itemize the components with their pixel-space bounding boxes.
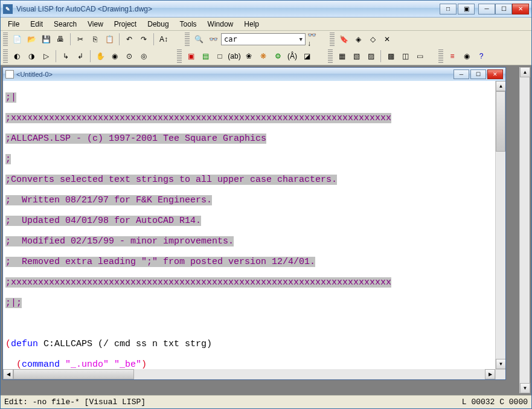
view-tool-6-icon[interactable]: ▭ [413, 50, 426, 63]
scroll-left-icon[interactable]: ◀ [3, 369, 13, 379]
doc-minimize-button[interactable]: ─ [453, 69, 469, 79]
new-file-icon[interactable]: 📄 [10, 33, 24, 46]
comment-line: ; [5, 154, 11, 164]
trace-tool-6-icon[interactable]: ❋ [257, 50, 270, 63]
comment-line: ;| [5, 92, 16, 103]
menu-debug[interactable]: Debug [143, 19, 173, 30]
hand-icon[interactable]: ✋ [94, 50, 107, 63]
toolbar-grip[interactable] [3, 33, 8, 46]
view-tool-4-icon[interactable]: ▩ [384, 50, 397, 63]
toolbar-grip-5[interactable] [177, 50, 182, 63]
view-tool-2-icon[interactable]: ▧ [350, 50, 363, 63]
undo-icon[interactable]: ↶ [123, 33, 136, 46]
unknown-button-2[interactable]: ▣ [458, 4, 475, 14]
debug-tool-4-icon[interactable]: ↳ [59, 50, 72, 63]
trace-tool-4-icon[interactable]: (ab) [228, 50, 241, 63]
debug-tool-5-icon[interactable]: ↲ [74, 50, 87, 63]
hscroll-track[interactable] [134, 369, 485, 379]
comment-line: ;ALLCAPS.LSP - (c) 1997-2001 Tee Square … [5, 134, 266, 144]
doc-close-button[interactable]: ✕ [487, 69, 503, 79]
bookmark-clear-icon[interactable]: ✕ [380, 33, 394, 46]
comment-line: ;xxxxxxxxxxxxxxxxxxxxxxxxxxxxxxxxxxxxxxx… [5, 113, 391, 123]
debug-tool-8-icon[interactable]: ◎ [137, 50, 150, 63]
scroll-thumb[interactable] [496, 91, 505, 152]
scroll-right-icon[interactable]: ▶ [485, 369, 495, 379]
menu-search[interactable]: Search [49, 19, 82, 30]
mdi-vertical-scrollbar[interactable]: ▲ ▼ [519, 67, 530, 393]
complete-word-icon[interactable]: A↕ [157, 33, 170, 46]
menu-file[interactable]: File [3, 19, 24, 30]
find-icon[interactable]: 🔍 [192, 33, 205, 46]
paste-icon[interactable]: 📋 [103, 33, 116, 46]
cut-icon[interactable]: ✂ [74, 33, 87, 46]
titlebar[interactable]: ✎ Visual LISP for AutoCAD <Drawing1.dwg>… [1, 1, 531, 18]
outer-scroll-up-icon[interactable]: ▲ [520, 67, 530, 77]
code-editor[interactable]: ;| ;xxxxxxxxxxxxxxxxxxxxxxxxxxxxxxxxxxxx… [3, 81, 495, 369]
doc-vertical-scrollbar[interactable]: ▲ ▼ [495, 81, 505, 369]
inspect-icon[interactable]: ◉ [460, 50, 473, 63]
save-icon[interactable]: 💾 [39, 33, 53, 46]
view-tool-5-icon[interactable]: ◫ [399, 50, 412, 63]
trace-tool-8-icon[interactable]: (Å) [286, 50, 299, 63]
doc-maximize-button[interactable]: ☐ [470, 69, 486, 79]
menu-view[interactable]: View [83, 19, 108, 30]
hscroll-thumb[interactable] [13, 369, 134, 379]
toolbar-grip-7[interactable] [438, 50, 443, 63]
unknown-button-1[interactable]: □ [440, 4, 457, 14]
view-tool-3-icon[interactable]: ▨ [364, 50, 377, 63]
find-toolbar-icon[interactable]: 👓 [207, 33, 220, 46]
bookmark-next-icon[interactable]: ◈ [351, 33, 365, 46]
code-line: (defun C:ALLCAPS (/ cmd ss n txt strg) [5, 339, 493, 349]
trace-tool-9-icon[interactable]: ◪ [300, 50, 313, 63]
menu-tools[interactable]: Tools [175, 19, 202, 30]
debug-tool-6-icon[interactable]: ◉ [108, 50, 121, 63]
doc-titlebar[interactable]: <Untitled-0> ─ ☐ ✕ [3, 68, 505, 81]
menu-window[interactable]: Window [203, 19, 239, 30]
debug-tool-2-icon[interactable]: ◑ [25, 50, 38, 63]
toolbars: 📄 📂 💾 🖶 ✂ ⎘ 📋 ↶ ↷ A↕ 🔍 👓 car ▼ 👓↓ � [1, 31, 531, 65]
outer-scroll-track[interactable] [520, 77, 530, 383]
close-button[interactable]: ✕ [512, 4, 529, 14]
scroll-up-icon[interactable]: ▲ [496, 81, 505, 91]
trace-tool-1-icon[interactable]: ▣ [184, 50, 197, 63]
toolbar-grip-6[interactable] [328, 50, 333, 63]
scroll-corner [495, 369, 505, 379]
copy-icon[interactable]: ⎘ [88, 33, 101, 46]
trace-tool-3-icon[interactable]: □ [213, 50, 226, 63]
bookmark-icon[interactable]: 🔖 [337, 33, 350, 46]
doc-horizontal-scrollbar[interactable]: ◀ ▶ [3, 369, 495, 379]
scroll-track[interactable] [496, 152, 505, 359]
debug-tool-3-icon[interactable]: ▷ [39, 50, 53, 63]
toolbar-grip-2[interactable] [185, 33, 190, 46]
comment-line: ;xxxxxxxxxxxxxxxxxxxxxxxxxxxxxxxxxxxxxxx… [5, 277, 391, 288]
print-icon[interactable]: 🖶 [54, 33, 67, 46]
toolbar-grip-3[interactable] [330, 33, 335, 46]
debug-tool-1-icon[interactable]: ◐ [10, 50, 24, 63]
status-bar: Edit: -no file-* [Visual LISP] L 00032 C… [1, 395, 531, 408]
outer-scroll-down-icon[interactable]: ▼ [520, 383, 530, 393]
open-file-icon[interactable]: 📂 [25, 33, 38, 46]
bookmark-prev-icon[interactable]: ◇ [366, 33, 379, 46]
toolbar-grip-4[interactable] [3, 50, 8, 63]
menu-project[interactable]: Project [109, 19, 141, 30]
debug-tool-7-icon[interactable]: ⊙ [123, 50, 136, 63]
trace-tool-2-icon[interactable]: ▤ [199, 50, 212, 63]
help-icon[interactable]: ? [475, 50, 488, 63]
scroll-down-icon[interactable]: ▼ [496, 359, 505, 369]
app-icon: ✎ [3, 4, 13, 14]
view-tool-1-icon[interactable]: ▦ [335, 50, 348, 63]
trace-tool-5-icon[interactable]: ❀ [242, 50, 255, 63]
console-icon[interactable]: ≡ [446, 50, 459, 63]
minimize-button[interactable]: ─ [478, 4, 495, 14]
comment-line: ; Removed extra leading ";" from posted … [5, 257, 315, 267]
redo-icon[interactable]: ↷ [137, 33, 150, 46]
code-line: (command "_.undo" "_be") [5, 359, 493, 369]
chevron-down-icon[interactable]: ▼ [300, 36, 303, 42]
doc-title: <Untitled-0> [16, 71, 452, 78]
search-combo[interactable]: car ▼ [221, 33, 306, 45]
find-next-icon[interactable]: 👓↓ [307, 33, 320, 46]
menu-help[interactable]: Help [239, 19, 264, 30]
menu-edit[interactable]: Edit [25, 19, 48, 30]
trace-tool-7-icon[interactable]: ⚙ [271, 50, 284, 63]
maximize-button[interactable]: ☐ [495, 4, 512, 14]
